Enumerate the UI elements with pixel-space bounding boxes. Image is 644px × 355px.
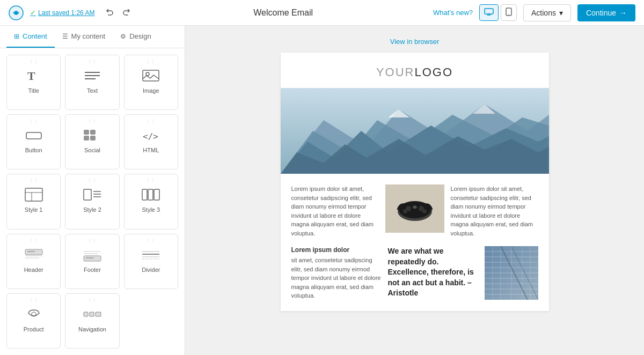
- history-controls: [103, 5, 133, 20]
- email-three-col-row: Lorem ipsum dolor sit amet, consetetur s…: [291, 184, 538, 238]
- svg-point-1: [14, 11, 18, 14]
- block-social[interactable]: ⋮⋮ Social: [65, 114, 119, 169]
- actions-button[interactable]: Actions ▾: [523, 4, 571, 21]
- topbar-right: What's new? Actions ▾ Continue →: [433, 4, 635, 21]
- html-block-icon: </>: [138, 125, 164, 145]
- svg-rect-2: [485, 9, 493, 14]
- drag-handle: ⋮⋮: [146, 60, 156, 64]
- drag-handle: ⋮⋮: [29, 119, 39, 123]
- view-toggle-group: [479, 4, 517, 21]
- email-preview: YOURLOGO: [281, 53, 549, 311]
- drag-handle: ⋮⋮: [146, 239, 156, 243]
- mobile-view-button[interactable]: [501, 4, 517, 21]
- block-product[interactable]: ⋮⋮ Product: [6, 293, 61, 349]
- footer-block-icon: [79, 245, 105, 264]
- navigation-block-icon: [79, 305, 105, 324]
- image-block-icon: [138, 66, 164, 85]
- svg-point-57: [422, 209, 427, 213]
- svg-rect-14: [84, 136, 89, 140]
- email-body-text-3: sit amet, consetetur sadipscing elitr, s…: [291, 256, 382, 300]
- svg-rect-26: [154, 189, 159, 200]
- topbar: ✓ Last saved 1:26 AM Welcome Email What'…: [0, 0, 644, 26]
- canvas-area: View in browser YOURLOGO: [185, 26, 644, 355]
- desktop-view-button[interactable]: [479, 4, 499, 21]
- block-html[interactable]: ⋮⋮ </> HTML: [124, 114, 178, 169]
- email-quote: We are what we repeatedly do. Excellence…: [388, 246, 478, 300]
- design-tab-icon: ⚙: [120, 33, 126, 40]
- svg-rect-11: [26, 132, 41, 139]
- email-hero-image: [281, 88, 549, 174]
- block-title[interactable]: ⋮⋮ T Title: [6, 55, 61, 110]
- social-block-icon: [79, 125, 105, 145]
- continue-button[interactable]: Continue →: [577, 4, 635, 21]
- drag-handle: ⋮⋮: [87, 60, 97, 64]
- email-bottom-left: Lorem ipsum dolor sit amet, consetetur s…: [291, 246, 382, 300]
- whats-new-link[interactable]: What's new?: [433, 9, 473, 17]
- panel-tabs: ⊞ Content ☰ My content ⚙ Design: [0, 26, 185, 48]
- button-block-icon: [21, 125, 47, 145]
- block-header[interactable]: ⋮⋮ Header: [6, 234, 61, 289]
- redo-button[interactable]: [120, 5, 133, 20]
- drag-handle: ⋮⋮: [29, 179, 39, 183]
- drag-handle: ⋮⋮: [29, 239, 39, 243]
- block-text[interactable]: ⋮⋮ Text: [65, 55, 119, 110]
- svg-rect-9: [143, 70, 159, 81]
- drag-handle: ⋮⋮: [87, 119, 97, 123]
- email-center-image: [385, 184, 444, 238]
- svg-rect-15: [90, 136, 96, 140]
- tab-my-content[interactable]: ☰ My content: [55, 26, 113, 48]
- chevron-down-icon: ▾: [559, 9, 563, 17]
- svg-rect-55: [413, 206, 416, 209]
- email-text-right: Lorem ipsum dolor sit amet, consetetur s…: [451, 184, 538, 238]
- svg-rect-13: [90, 130, 96, 135]
- drag-handle: ⋮⋮: [29, 60, 39, 64]
- svg-rect-41: [90, 312, 94, 316]
- text-block-icon: [79, 66, 105, 85]
- style2-block-icon: [79, 185, 105, 204]
- svg-point-56: [403, 209, 407, 213]
- email-building-image: [485, 246, 538, 300]
- block-style1[interactable]: ⋮⋮ Style 1: [6, 174, 61, 229]
- view-in-browser-link[interactable]: View in browser: [390, 38, 440, 46]
- block-image[interactable]: ⋮⋮ Image: [124, 55, 178, 110]
- svg-rect-27: [25, 249, 42, 255]
- product-block-icon: [21, 305, 47, 324]
- title-block-icon: T: [21, 66, 47, 85]
- arrow-right-icon: →: [619, 9, 627, 17]
- gamepad-image: [385, 184, 444, 233]
- svg-text:</>: </>: [143, 131, 158, 142]
- style1-block-icon: [21, 185, 47, 204]
- tab-design[interactable]: ⚙ Design: [113, 26, 158, 48]
- left-panel: ⊞ Content ☰ My content ⚙ Design ⋮⋮ T Tit…: [0, 26, 185, 355]
- save-status[interactable]: ✓ Last saved 1:26 AM: [30, 9, 94, 17]
- block-footer[interactable]: ⋮⋮ Footer: [65, 234, 119, 289]
- email-bold-title: Lorem ipsum dolor: [291, 246, 382, 254]
- check-icon: ✓: [30, 9, 36, 17]
- svg-rect-17: [25, 188, 42, 201]
- logo-logo: LOGO: [414, 65, 453, 79]
- view-in-browser: View in browser: [207, 36, 623, 46]
- email-bottom-row: Lorem ipsum dolor sit amet, consetetur s…: [291, 246, 538, 300]
- logo-your: YOUR: [376, 65, 415, 79]
- my-content-tab-icon: ☰: [62, 33, 68, 40]
- block-style3[interactable]: ⋮⋮ Style 3: [124, 174, 178, 229]
- svg-rect-12: [84, 130, 89, 135]
- svg-rect-33: [84, 256, 101, 261]
- svg-rect-25: [148, 189, 153, 200]
- block-navigation[interactable]: ⋮⋮ Navigation: [65, 293, 119, 349]
- svg-rect-24: [142, 189, 147, 200]
- svg-rect-20: [84, 189, 91, 200]
- undo-button[interactable]: [103, 5, 116, 20]
- divider-block-icon: [138, 245, 164, 264]
- block-divider[interactable]: ⋮⋮ Divider: [124, 234, 178, 289]
- email-logo-text: YOURLOGO: [291, 65, 538, 79]
- tab-content[interactable]: ⊞ Content: [6, 26, 55, 48]
- block-button[interactable]: ⋮⋮ Button: [6, 114, 61, 169]
- drag-handle: ⋮⋮: [146, 119, 156, 123]
- drag-handle: ⋮⋮: [29, 298, 39, 302]
- drag-handle: ⋮⋮: [87, 239, 97, 243]
- block-style2[interactable]: ⋮⋮ Style 2: [65, 174, 119, 229]
- blocks-grid: ⋮⋮ T Title ⋮⋮ Text ⋮⋮ Image: [0, 48, 185, 355]
- email-logo-section: YOURLOGO: [281, 53, 549, 88]
- drag-handle: ⋮⋮: [87, 298, 97, 302]
